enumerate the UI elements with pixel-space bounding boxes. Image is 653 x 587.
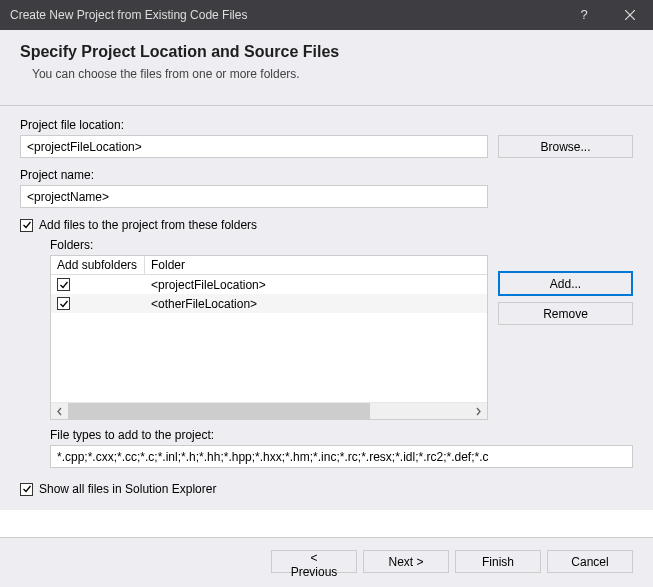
file-types-label: File types to add to the project: [50,428,633,442]
help-icon[interactable]: ? [561,0,607,30]
horizontal-scrollbar[interactable] [51,402,487,419]
checkbox-icon[interactable] [20,219,33,232]
show-all-files-checkbox-row[interactable]: Show all files in Solution Explorer [20,482,633,496]
finish-button[interactable]: Finish [455,550,541,573]
project-file-location-input[interactable] [20,135,488,158]
folders-list-header: Add subfolders Folder [51,256,487,275]
show-all-files-label: Show all files in Solution Explorer [39,482,216,496]
cancel-button[interactable]: Cancel [547,550,633,573]
page-subtitle: You can choose the files from one or mor… [20,67,633,81]
checkbox-icon[interactable] [57,297,70,310]
titlebar: Create New Project from Existing Code Fi… [0,0,653,30]
previous-button[interactable]: < Previous [271,550,357,573]
page-title: Specify Project Location and Source File… [20,43,633,61]
folders-listbox[interactable]: Add subfolders Folder <projectFileLocati… [50,255,488,420]
project-name-label: Project name: [20,168,488,182]
close-icon[interactable] [607,0,653,30]
folders-label: Folders: [50,238,633,252]
folder-cell: <projectFileLocation> [145,278,487,292]
next-button[interactable]: Next > [363,550,449,573]
column-add-subfolders[interactable]: Add subfolders [51,256,145,274]
checkbox-icon[interactable] [20,483,33,496]
add-files-checkbox-label: Add files to the project from these fold… [39,218,257,232]
scrollbar-thumb[interactable] [68,403,370,420]
scroll-right-icon[interactable] [470,403,487,420]
file-types-input[interactable] [50,445,633,468]
checkbox-icon[interactable] [57,278,70,291]
add-button[interactable]: Add... [498,271,633,296]
wizard-header: Specify Project Location and Source File… [0,30,653,106]
window-title: Create New Project from Existing Code Fi… [10,8,561,22]
remove-button[interactable]: Remove [498,302,633,325]
svg-text:?: ? [580,8,587,22]
browse-button[interactable]: Browse... [498,135,633,158]
table-row[interactable]: <projectFileLocation> [51,275,487,294]
project-file-location-label: Project file location: [20,118,488,132]
scrollbar-track[interactable] [68,403,470,420]
folder-cell: <otherFileLocation> [145,297,487,311]
wizard-body: Project file location: Browse... Project… [0,106,653,510]
wizard-footer: < Previous Next > Finish Cancel [0,537,653,587]
project-name-input[interactable] [20,185,488,208]
column-folder[interactable]: Folder [145,256,487,274]
folders-list-body: <projectFileLocation> <otherFileLocation… [51,275,487,402]
scroll-left-icon[interactable] [51,403,68,420]
table-row[interactable]: <otherFileLocation> [51,294,487,313]
add-files-checkbox-row[interactable]: Add files to the project from these fold… [20,218,633,232]
